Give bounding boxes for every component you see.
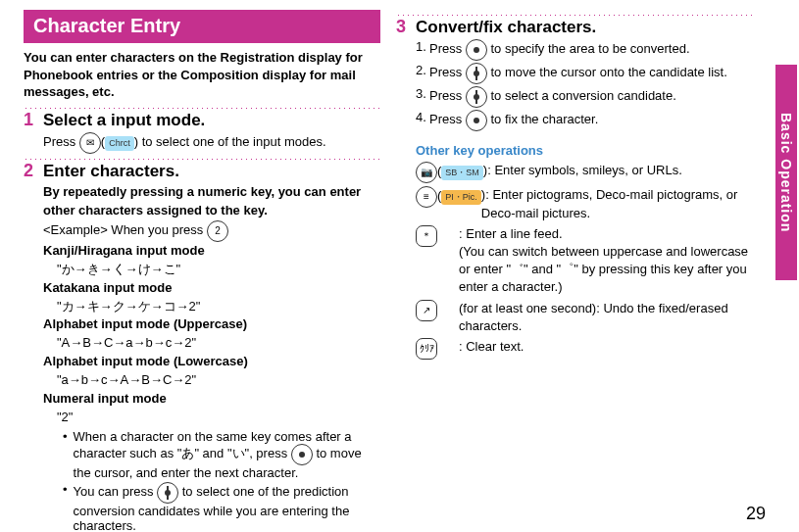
mode-katakana-title: Katakana input mode [43,279,380,298]
substep-4: 4. Press to fix the character. [416,110,753,131]
step-1-instruction: Press ✉(Chrct) to select one of the inpu… [43,132,380,154]
dotted-divider [396,14,753,16]
mail-key-icon: ✉ [79,132,101,154]
op-pictograms: ≡(PI・Pic. ): Enter pictograms, Deco-mail… [416,186,753,221]
mode-lower-title: Alphabet input mode (Lowercase) [43,353,380,371]
left-column: Character Entry You can enter characters… [24,10,380,532]
dotted-divider [24,107,380,109]
substep-1: 1. Press to specify the area to be conve… [416,39,753,61]
bullet-2: You can press to select one of the predi… [63,482,380,532]
op-symbols: 📷(SB・SM ): Enter symbols, smileys, or UR… [416,162,753,183]
op-undo: ↗ (for at least one second): Undo the fi… [416,300,753,335]
op-clear: ｸﾘｱ : Clear text. [416,338,753,360]
step-1-number: 1 [24,111,37,154]
step-2-number: 2 [24,162,37,532]
step-3-title: Convert/fix characters. [416,18,753,37]
clear-key-icon: ｸﾘｱ [416,338,437,360]
step-2-subtitle: By repeatedly pressing a numeric key, yo… [43,183,380,220]
key-2-icon: 2 [207,220,228,242]
camera-key-icon: 📷 [416,162,437,183]
step-3-number: 3 [396,18,410,133]
call-key-icon: ↗ [416,300,437,321]
other-ops-title: Other key operations [416,143,753,158]
substep-3: 3. Press to select a conversion candidat… [416,86,753,108]
mode-kanji-seq: "か→き→く→け→こ" [43,261,380,279]
chrct-label: Chrct [105,136,134,151]
substep-2: 2. Press to move the cursor onto the can… [416,63,753,84]
bullet-1: When a character on the same key comes a… [63,429,380,480]
step-1: 1 Select a input mode. Press ✉(Chrct) to… [24,111,380,154]
step-2: 2 Enter characters. By repeatedly pressi… [24,162,380,532]
asterisk-key-icon: ＊ [416,225,437,247]
mode-num-seq: "2" [43,409,380,427]
lead-text: You can enter characters on the Registra… [24,49,380,101]
dotted-divider [24,158,380,160]
mode-upper-seq: "A→B→C→a→b→c→2" [43,334,380,353]
nav-vertical-icon [157,482,178,504]
nav-vertical-icon [466,63,487,84]
section-banner: Character Entry [24,10,380,43]
mode-kanji-title: Kanji/Hiragana input mode [43,242,380,261]
step-2-title: Enter characters. [43,162,380,181]
page: Character Entry You can enter characters… [0,0,799,532]
mode-lower-seq: "a→b→c→A→B→C→2" [43,371,380,390]
sidebar-tab: Basic Operation [775,65,797,280]
other-ops-list: 📷(SB・SM ): Enter symbols, smileys, or UR… [396,162,753,360]
nav-vertical-icon [466,86,487,108]
mode-num-title: Numeral input mode [43,390,380,409]
menu-key-icon: ≡ [416,186,437,208]
op-linefeed: ＊ : Enter a line feed. (You can switch b… [416,225,753,297]
nav-right-icon [291,444,313,465]
page-number: 29 [746,504,766,524]
step-3: 3 Convert/fix characters. 1. Press to sp… [396,18,753,133]
right-column: 3 Convert/fix characters. 1. Press to sp… [396,10,753,532]
mode-upper-title: Alphabet input mode (Uppercase) [43,315,380,334]
nav-icon [466,39,487,61]
mode-katakana-seq: "カ→キ→ク→ケ→コ→2" [43,298,380,316]
nav-center-icon [466,110,487,131]
pi-pic-badge: PI・Pic. [441,190,481,205]
step-1-title: Select a input mode. [43,111,380,130]
sb-sm-badge: SB・SM [441,166,483,180]
example-line: <Example> When you press 2 [43,220,380,242]
